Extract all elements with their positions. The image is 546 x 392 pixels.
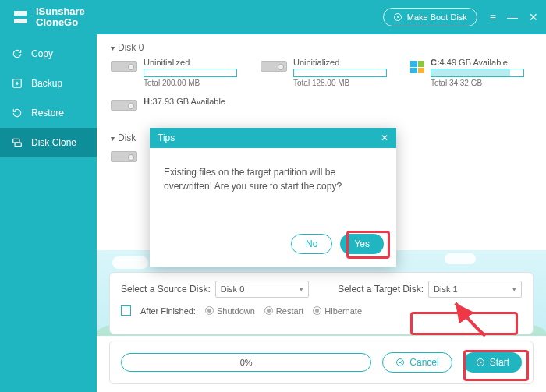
make-boot-label: Make Boot Disk — [407, 12, 467, 22]
disk-title: Disk — [118, 132, 136, 143]
after-finished-label: After Finished: — [140, 306, 196, 316]
partition-h[interactable]: H:37.93 GB Available — [111, 97, 225, 111]
combo-value: Disk 0 — [221, 284, 245, 294]
dialog-no-button[interactable]: No — [291, 234, 332, 254]
source-disk-combo[interactable]: Disk 0▾ — [215, 281, 309, 298]
brand: iSunshareCloneGo — [11, 6, 85, 29]
hdd-icon — [111, 100, 137, 111]
windows-icon — [410, 61, 424, 73]
partition-name: C:4.49 GB Available — [431, 58, 524, 67]
partition-name: Uninitialized — [144, 58, 237, 67]
disk-title: Disk 0 — [118, 42, 144, 53]
source-disk-label: Select a Source Disk: — [121, 284, 211, 295]
play-circle-icon — [476, 358, 485, 367]
hdd-icon — [261, 61, 287, 72]
partition-total: Total 200.00 MB — [144, 79, 237, 87]
dialog-header: Tips ✕ — [150, 128, 396, 148]
after-finished-checkbox[interactable] — [121, 305, 131, 316]
app-logo-icon — [11, 8, 30, 26]
chevron-down-icon: ▾ — [111, 44, 115, 52]
sidebar-item-restore[interactable]: Restore — [0, 98, 97, 128]
disc-icon — [393, 12, 402, 22]
target-disk-combo[interactable]: Disk 1▾ — [428, 281, 522, 298]
cancel-button[interactable]: Cancel — [382, 352, 452, 373]
menu-icon[interactable]: ≡ — [490, 11, 496, 23]
start-label: Start — [490, 357, 509, 368]
chevron-down-icon: ▾ — [111, 134, 115, 143]
refresh-icon — [11, 48, 23, 60]
partition[interactable]: Uninitialized Total 128.00 MB — [261, 58, 387, 87]
sidebar-item-label: Copy — [31, 48, 53, 59]
chevron-down-icon: ▾ — [512, 285, 516, 293]
cloud-decor — [445, 253, 476, 264]
sidebar-item-label: Backup — [31, 78, 62, 89]
window-controls: ≡ — ✕ — [490, 11, 538, 23]
dialog-title: Tips — [158, 132, 175, 143]
sidebar-item-copy[interactable]: Copy — [0, 39, 97, 69]
close-icon[interactable]: ✕ — [529, 11, 538, 23]
hdd-icon — [111, 151, 137, 162]
x-circle-icon — [395, 358, 405, 367]
partition[interactable]: Uninitialized Total 200.00 MB — [111, 58, 237, 87]
select-panel: Select a Source Disk: Disk 0▾ Select a T… — [109, 272, 534, 334]
brand-line2: CloneGo — [36, 17, 85, 28]
svg-point-1 — [397, 16, 399, 18]
partition-c[interactable]: C:4.49 GB Available Total 34.32 GB — [410, 58, 524, 87]
usage-bar — [431, 69, 524, 77]
svg-rect-3 — [13, 139, 20, 143]
confirm-dialog: Tips ✕ Existing files on the target part… — [150, 128, 396, 267]
disk-section-0: ▾Disk 0 Uninitialized Total 200.00 MB Un… — [111, 42, 532, 111]
dialog-close-icon[interactable]: ✕ — [381, 132, 388, 143]
svg-rect-4 — [15, 143, 21, 147]
chevron-down-icon: ▾ — [300, 285, 303, 293]
radio-restart[interactable]: Restart — [264, 306, 303, 316]
progress-bar: 0% — [121, 353, 371, 372]
usage-bar — [144, 69, 237, 77]
partition-name: Uninitialized — [293, 58, 387, 67]
minimize-icon[interactable]: — — [507, 11, 518, 23]
title-bar: iSunshareCloneGo Make Boot Disk ≡ — ✕ — [0, 0, 546, 34]
start-button[interactable]: Start — [463, 352, 522, 373]
hdd-icon — [111, 61, 137, 72]
sidebar-item-backup[interactable]: Backup — [0, 69, 97, 98]
radio-hibernate[interactable]: Hibernate — [313, 306, 362, 316]
partition-total: Total 128.00 MB — [293, 79, 387, 87]
restore-icon — [11, 107, 23, 119]
cancel-label: Cancel — [410, 357, 438, 368]
make-boot-disk-button[interactable]: Make Boot Disk — [383, 8, 477, 26]
progress-value: 0% — [240, 358, 253, 367]
sidebar-item-label: Restore — [31, 108, 64, 118]
dialog-yes-button[interactable]: Yes — [340, 234, 384, 254]
disk-clone-icon — [11, 136, 23, 149]
combo-value: Disk 1 — [434, 284, 458, 294]
brand-line1: iSunshare — [36, 6, 85, 17]
partition-name: H:37.93 GB Available — [144, 97, 225, 106]
partition[interactable] — [111, 148, 137, 162]
cloud-decor — [112, 256, 148, 269]
plus-box-icon — [11, 77, 23, 90]
footer-bar: 0% Cancel Start — [109, 341, 534, 384]
target-disk-label: Select a Target Disk: — [338, 284, 424, 295]
dialog-message: Existing files on the target partition w… — [150, 148, 396, 234]
usage-bar — [293, 69, 387, 77]
radio-shutdown[interactable]: Shutdown — [205, 306, 255, 316]
sidebar: Copy Backup Restore Disk Clone — [0, 34, 97, 392]
partition-total: Total 34.32 GB — [431, 79, 524, 87]
sidebar-item-label: Disk Clone — [31, 137, 76, 148]
sidebar-item-disk-clone[interactable]: Disk Clone — [0, 128, 97, 157]
disk-header[interactable]: ▾Disk 0 — [111, 42, 532, 53]
